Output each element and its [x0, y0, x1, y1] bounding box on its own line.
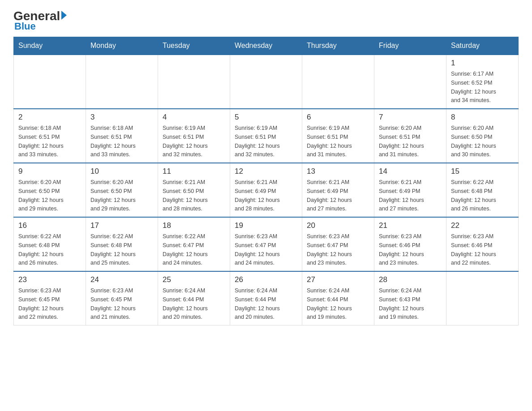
calendar-day-2: 2Sunrise: 6:18 AM Sunset: 6:51 PM Daylig…	[14, 109, 86, 163]
day-info-text: Sunrise: 6:21 AM Sunset: 6:49 PM Dayligh…	[379, 179, 424, 212]
day-number: 16	[18, 221, 81, 230]
calendar-empty-cell	[302, 55, 374, 109]
day-number: 28	[379, 275, 442, 284]
day-info-text: Sunrise: 6:22 AM Sunset: 6:48 PM Dayligh…	[451, 179, 496, 212]
day-number: 10	[90, 167, 153, 176]
day-number: 26	[235, 275, 297, 284]
day-number: 2	[18, 113, 81, 122]
day-info-text: Sunrise: 6:24 AM Sunset: 6:43 PM Dayligh…	[379, 287, 424, 320]
day-info-text: Sunrise: 6:22 AM Sunset: 6:47 PM Dayligh…	[163, 233, 208, 266]
day-info-text: Sunrise: 6:20 AM Sunset: 6:50 PM Dayligh…	[451, 125, 496, 158]
day-number: 5	[235, 113, 297, 122]
weekday-header-saturday: Saturday	[446, 37, 519, 55]
weekday-header-tuesday: Tuesday	[158, 37, 230, 55]
day-number: 19	[235, 221, 297, 230]
calendar-day-15: 15Sunrise: 6:22 AM Sunset: 6:48 PM Dayli…	[446, 163, 519, 217]
weekday-header-row: SundayMondayTuesdayWednesdayThursdayFrid…	[14, 37, 519, 55]
calendar-day-12: 12Sunrise: 6:21 AM Sunset: 6:49 PM Dayli…	[230, 163, 302, 217]
calendar-empty-cell	[14, 55, 86, 109]
calendar-week-row: 1Sunrise: 6:17 AM Sunset: 6:52 PM Daylig…	[14, 55, 519, 109]
day-number: 23	[18, 275, 81, 284]
day-info-text: Sunrise: 6:22 AM Sunset: 6:48 PM Dayligh…	[90, 233, 136, 266]
calendar-table: SundayMondayTuesdayWednesdayThursdayFrid…	[13, 37, 519, 325]
calendar-week-row: 2Sunrise: 6:18 AM Sunset: 6:51 PM Daylig…	[14, 109, 519, 163]
calendar-day-16: 16Sunrise: 6:22 AM Sunset: 6:48 PM Dayli…	[14, 217, 86, 271]
weekday-header-friday: Friday	[374, 37, 446, 55]
logo: General Blue	[13, 9, 67, 32]
day-info-text: Sunrise: 6:24 AM Sunset: 6:44 PM Dayligh…	[163, 287, 208, 320]
day-info-text: Sunrise: 6:19 AM Sunset: 6:51 PM Dayligh…	[235, 125, 280, 158]
weekday-header-monday: Monday	[86, 37, 158, 55]
day-info-text: Sunrise: 6:20 AM Sunset: 6:50 PM Dayligh…	[18, 179, 64, 212]
day-number: 17	[90, 221, 153, 230]
day-number: 4	[163, 113, 225, 122]
calendar-day-23: 23Sunrise: 6:23 AM Sunset: 6:45 PM Dayli…	[14, 271, 86, 325]
day-number: 25	[163, 275, 225, 284]
day-info-text: Sunrise: 6:18 AM Sunset: 6:51 PM Dayligh…	[18, 125, 64, 158]
calendar-day-3: 3Sunrise: 6:18 AM Sunset: 6:51 PM Daylig…	[86, 109, 158, 163]
calendar-day-13: 13Sunrise: 6:21 AM Sunset: 6:49 PM Dayli…	[302, 163, 374, 217]
day-number: 14	[379, 167, 442, 176]
day-number: 15	[451, 167, 514, 176]
day-info-text: Sunrise: 6:22 AM Sunset: 6:48 PM Dayligh…	[18, 233, 64, 266]
day-number: 8	[451, 113, 514, 122]
calendar-day-5: 5Sunrise: 6:19 AM Sunset: 6:51 PM Daylig…	[230, 109, 302, 163]
day-number: 20	[307, 221, 369, 230]
calendar-week-row: 16Sunrise: 6:22 AM Sunset: 6:48 PM Dayli…	[14, 217, 519, 271]
logo-arrow-icon	[61, 11, 67, 20]
calendar-empty-cell	[374, 55, 446, 109]
day-info-text: Sunrise: 6:21 AM Sunset: 6:50 PM Dayligh…	[163, 179, 208, 212]
calendar-empty-cell	[230, 55, 302, 109]
calendar-empty-cell	[446, 271, 519, 325]
day-number: 3	[90, 113, 153, 122]
calendar-day-21: 21Sunrise: 6:23 AM Sunset: 6:46 PM Dayli…	[374, 217, 446, 271]
weekday-header-wednesday: Wednesday	[230, 37, 302, 55]
day-number: 24	[90, 275, 153, 284]
calendar-day-1: 1Sunrise: 6:17 AM Sunset: 6:52 PM Daylig…	[446, 55, 519, 109]
calendar-day-24: 24Sunrise: 6:23 AM Sunset: 6:45 PM Dayli…	[86, 271, 158, 325]
day-number: 1	[451, 59, 514, 68]
calendar-day-27: 27Sunrise: 6:24 AM Sunset: 6:44 PM Dayli…	[302, 271, 374, 325]
calendar-day-25: 25Sunrise: 6:24 AM Sunset: 6:44 PM Dayli…	[158, 271, 230, 325]
day-info-text: Sunrise: 6:18 AM Sunset: 6:51 PM Dayligh…	[90, 125, 136, 158]
day-number: 27	[307, 275, 369, 284]
day-number: 18	[163, 221, 225, 230]
calendar-day-7: 7Sunrise: 6:20 AM Sunset: 6:51 PM Daylig…	[374, 109, 446, 163]
day-info-text: Sunrise: 6:19 AM Sunset: 6:51 PM Dayligh…	[307, 125, 352, 158]
day-info-text: Sunrise: 6:23 AM Sunset: 6:47 PM Dayligh…	[307, 233, 352, 266]
weekday-header-thursday: Thursday	[302, 37, 374, 55]
calendar-week-row: 23Sunrise: 6:23 AM Sunset: 6:45 PM Dayli…	[14, 271, 519, 325]
calendar-day-11: 11Sunrise: 6:21 AM Sunset: 6:50 PM Dayli…	[158, 163, 230, 217]
day-info-text: Sunrise: 6:23 AM Sunset: 6:45 PM Dayligh…	[18, 287, 64, 320]
day-number: 11	[163, 167, 225, 176]
day-number: 12	[235, 167, 297, 176]
calendar-day-9: 9Sunrise: 6:20 AM Sunset: 6:50 PM Daylig…	[14, 163, 86, 217]
day-info-text: Sunrise: 6:17 AM Sunset: 6:52 PM Dayligh…	[451, 71, 496, 103]
calendar-day-26: 26Sunrise: 6:24 AM Sunset: 6:44 PM Dayli…	[230, 271, 302, 325]
day-info-text: Sunrise: 6:20 AM Sunset: 6:51 PM Dayligh…	[379, 125, 424, 158]
day-info-text: Sunrise: 6:23 AM Sunset: 6:46 PM Dayligh…	[379, 233, 424, 266]
day-number: 7	[379, 113, 442, 122]
day-info-text: Sunrise: 6:19 AM Sunset: 6:51 PM Dayligh…	[163, 125, 208, 158]
day-info-text: Sunrise: 6:23 AM Sunset: 6:47 PM Dayligh…	[235, 233, 280, 266]
day-info-text: Sunrise: 6:21 AM Sunset: 6:49 PM Dayligh…	[235, 179, 280, 212]
logo-blue-text: Blue	[14, 21, 36, 32]
weekday-header-sunday: Sunday	[14, 37, 86, 55]
calendar-empty-cell	[158, 55, 230, 109]
calendar-day-6: 6Sunrise: 6:19 AM Sunset: 6:51 PM Daylig…	[302, 109, 374, 163]
day-info-text: Sunrise: 6:23 AM Sunset: 6:46 PM Dayligh…	[451, 233, 496, 266]
day-info-text: Sunrise: 6:24 AM Sunset: 6:44 PM Dayligh…	[235, 287, 280, 320]
day-info-text: Sunrise: 6:20 AM Sunset: 6:50 PM Dayligh…	[90, 179, 136, 212]
calendar-week-row: 9Sunrise: 6:20 AM Sunset: 6:50 PM Daylig…	[14, 163, 519, 217]
day-info-text: Sunrise: 6:24 AM Sunset: 6:44 PM Dayligh…	[307, 287, 352, 320]
day-number: 21	[379, 221, 442, 230]
day-info-text: Sunrise: 6:23 AM Sunset: 6:45 PM Dayligh…	[90, 287, 136, 320]
calendar-empty-cell	[86, 55, 158, 109]
calendar-day-18: 18Sunrise: 6:22 AM Sunset: 6:47 PM Dayli…	[158, 217, 230, 271]
calendar-day-17: 17Sunrise: 6:22 AM Sunset: 6:48 PM Dayli…	[86, 217, 158, 271]
calendar-day-14: 14Sunrise: 6:21 AM Sunset: 6:49 PM Dayli…	[374, 163, 446, 217]
page-header: General Blue	[13, 9, 519, 32]
calendar-day-4: 4Sunrise: 6:19 AM Sunset: 6:51 PM Daylig…	[158, 109, 230, 163]
day-number: 9	[18, 167, 81, 176]
calendar-day-8: 8Sunrise: 6:20 AM Sunset: 6:50 PM Daylig…	[446, 109, 519, 163]
